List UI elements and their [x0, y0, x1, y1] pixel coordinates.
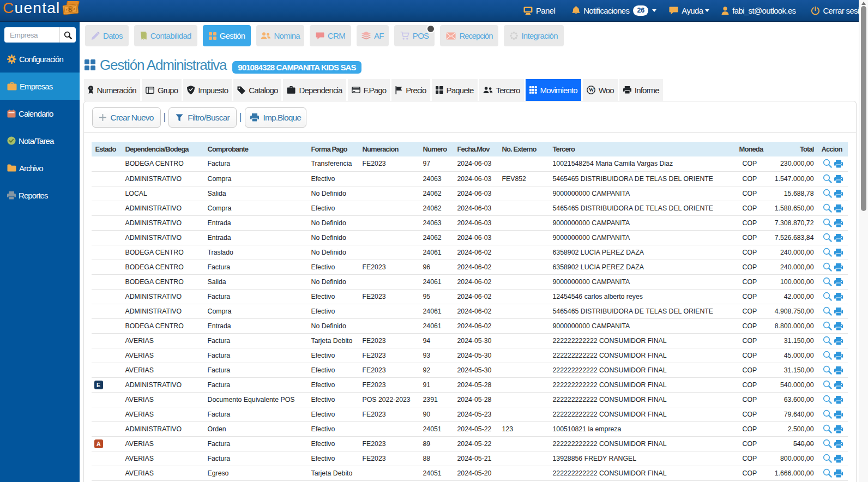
- svg-text:W: W: [588, 87, 594, 93]
- svg-text:S: S: [68, 7, 73, 13]
